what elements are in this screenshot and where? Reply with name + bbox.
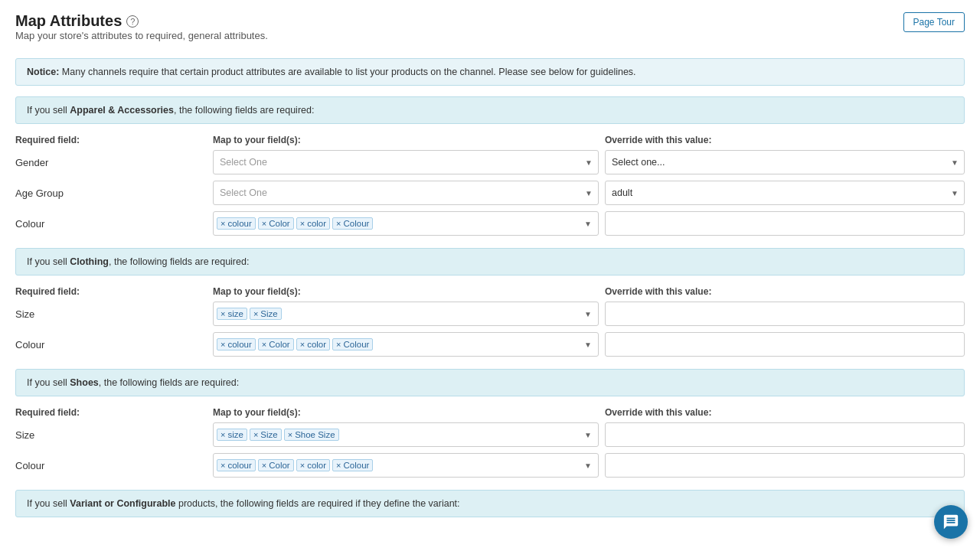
map-cell-apparel-2: × colour × Color × color × Colour [213, 211, 599, 236]
tag: × colour [217, 459, 256, 471]
tag-remove[interactable]: × [262, 220, 266, 228]
section-header-prefix: If you sell [27, 377, 70, 388]
tag-label: color [307, 340, 326, 349]
tag-label: Color [269, 219, 289, 228]
map-cell-clothing-0: × size × Size ▼ [213, 302, 599, 326]
col-map-label: Map to your field(s): [213, 286, 599, 297]
page-header: Map Attributes ? Map your store's attrib… [15, 12, 965, 54]
col-map-label: Map to your field(s): [213, 407, 599, 418]
tag: × Colour [332, 338, 373, 350]
tags-input[interactable]: × size × Size ▼ [213, 302, 599, 326]
map-select-container: Select One ▼ [213, 181, 599, 205]
field-label: Colour [15, 218, 207, 230]
field-row: Age Group Select One ▼ adultkidsinfant ▼ [15, 181, 965, 205]
section-header-prefix: If you sell [27, 105, 70, 116]
field-table-header: Required field: Map to your field(s): Ov… [15, 132, 965, 150]
override-input[interactable] [605, 453, 965, 478]
map-cell-shoes-1: × colour × Color × color × Colour [213, 453, 599, 478]
override-cell-apparel-0: Select one...MaleFemaleUnisex ▼ [605, 150, 965, 174]
tag-label: Size [260, 309, 277, 318]
field-label: Colour [15, 460, 207, 471]
tag: × Color [258, 338, 294, 350]
tag: × colour [217, 338, 256, 350]
field-row: Size × size × Size × Shoe Size ▼ [15, 422, 965, 447]
override-input[interactable] [605, 211, 965, 236]
tag: × color [296, 338, 330, 350]
tags-input[interactable]: × colour × Color × color × Colour [213, 453, 599, 478]
field-label: Colour [15, 339, 207, 350]
tag: × Color [258, 459, 294, 471]
tags-input[interactable]: × size × Size × Shoe Size ▼ [213, 422, 599, 447]
map-select[interactable]: Select One [213, 150, 599, 174]
tag-remove[interactable]: × [253, 310, 258, 318]
tag-label: colour [227, 340, 251, 349]
tag-remove[interactable]: × [220, 431, 225, 439]
tag-label: Shoe Size [295, 430, 335, 439]
tag: × Size [250, 429, 282, 441]
tag: × Color [258, 217, 294, 230]
tag-remove[interactable]: × [220, 220, 225, 228]
override-cell-apparel-2 [605, 211, 965, 236]
section-header-suffix: , the following fields are required: [109, 256, 249, 267]
tag-remove[interactable]: × [336, 341, 341, 349]
section-header-variant: If you sell Variant or Configurable prod… [15, 490, 965, 517]
tag-remove[interactable]: × [253, 431, 258, 439]
tag-label: size [227, 309, 243, 318]
tags-arrow-icon: ▼ [584, 431, 592, 439]
override-input[interactable] [605, 302, 965, 326]
override-input[interactable] [605, 422, 965, 447]
tags-input[interactable]: × colour × Color × color × Colour [213, 332, 599, 357]
override-cell-clothing-0 [605, 302, 965, 326]
tag: × Shoe Size [284, 429, 339, 441]
section-header-suffix: , the following fields are required: [99, 377, 239, 388]
section-header-bold: Apparel & Accessories [70, 105, 174, 116]
tag-label: Colour [344, 340, 370, 349]
tag-label: colour [227, 219, 251, 228]
col-override-label: Override with this value: [605, 135, 965, 145]
tag-remove[interactable]: × [300, 461, 305, 470]
field-table-header: Required field: Map to your field(s): Ov… [15, 283, 965, 302]
tag-label: Size [260, 430, 277, 439]
chat-bubble[interactable] [934, 505, 968, 537]
help-icon[interactable]: ? [126, 15, 139, 28]
override-select[interactable]: adultkidsinfant [605, 181, 965, 205]
override-input[interactable] [605, 332, 965, 357]
tag-remove[interactable]: × [262, 341, 266, 349]
tag-label: size [227, 430, 243, 439]
col-map-label: Map to your field(s): [213, 135, 599, 145]
tag-remove[interactable]: × [300, 341, 305, 349]
section-header-bold: Shoes [70, 377, 99, 388]
map-select[interactable]: Select One [213, 181, 599, 205]
tag-label: Color [269, 461, 289, 470]
notice-text: Many channels require that certain produ… [59, 67, 635, 77]
tag: × size [217, 308, 247, 320]
tag: × color [296, 217, 330, 230]
tag-remove[interactable]: × [288, 431, 292, 439]
section-header-suffix: , the following fields are required: [174, 105, 314, 116]
notice-label: Notice: [27, 67, 59, 77]
col-required-label: Required field: [15, 407, 207, 418]
section-header-prefix: If you sell [27, 498, 70, 509]
section-header-suffix: products, the following fields are requi… [176, 498, 460, 509]
tag-remove[interactable]: × [336, 220, 341, 228]
override-select[interactable]: Select one...MaleFemaleUnisex [605, 150, 965, 174]
page-title: Map Attributes [15, 12, 122, 30]
section-header-shoes: If you sell Shoes, the following fields … [15, 369, 965, 396]
override-cell-apparel-1: adultkidsinfant ▼ [605, 181, 965, 205]
tag-label: Colour [344, 461, 370, 470]
tags-arrow-icon: ▼ [584, 220, 592, 228]
tags-arrow-icon: ▼ [584, 310, 592, 318]
tag-remove[interactable]: × [336, 461, 341, 470]
tag-remove[interactable]: × [300, 220, 305, 228]
tag-label: Colour [344, 219, 370, 228]
page-tour-button[interactable]: Page Tour [903, 12, 965, 32]
tags-input[interactable]: × colour × Color × color × Colour [213, 211, 599, 236]
tag: × colour [217, 217, 256, 230]
tag-remove[interactable]: × [220, 310, 225, 318]
field-label: Size [15, 429, 207, 441]
tag-remove[interactable]: × [262, 461, 266, 470]
map-cell-apparel-0: Select One ▼ [213, 150, 599, 174]
tag-remove[interactable]: × [220, 461, 225, 470]
field-table-apparel: Required field: Map to your field(s): Ov… [15, 132, 965, 236]
tag-remove[interactable]: × [220, 341, 225, 349]
